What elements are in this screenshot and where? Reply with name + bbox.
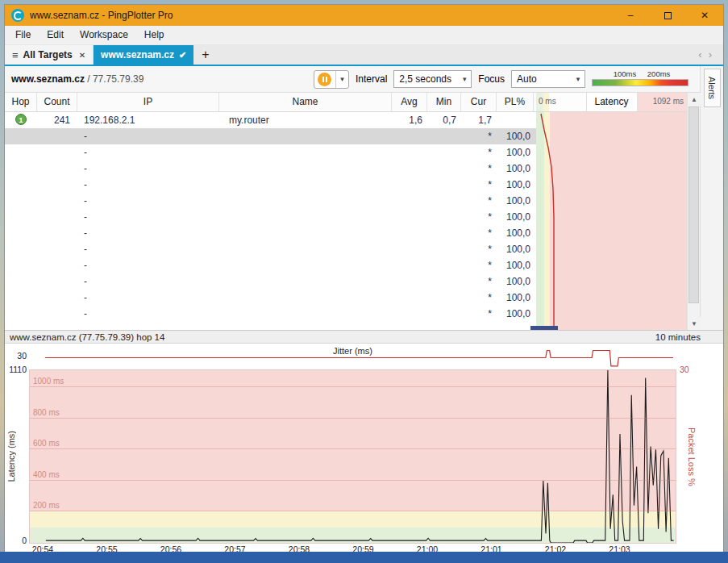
- tab-bar: ≡ All Targets ✕ www.seznam.cz ✔ + ‹›: [5, 45, 723, 65]
- table-body: 1241192.168.2.1my.router1,60,71,7-*100,0…: [5, 112, 536, 330]
- column-header-avg[interactable]: Avg: [392, 93, 427, 111]
- latency-column-header[interactable]: 0 ms Latency 1092 ms: [536, 93, 687, 112]
- scroll-right-icon[interactable]: ›: [709, 48, 718, 60]
- gridline-label: 600 ms: [33, 439, 60, 448]
- target-host: www.seznam.cz: [11, 73, 85, 85]
- focus-label: Focus: [478, 73, 505, 85]
- timegraph-header[interactable]: www.seznam.cz (77.75.79.39) hop 14 10 mi…: [5, 330, 723, 344]
- gridline: [30, 386, 676, 387]
- tab-all-targets[interactable]: ≡ All Targets ✕: [5, 45, 94, 65]
- latency-scale-legend: 100ms 200ms: [592, 69, 692, 89]
- close-tab-icon[interactable]: ✕: [79, 51, 85, 60]
- minimize-button[interactable]: –: [612, 5, 649, 26]
- trace-pane: HopCountIPNameAvgMinCurPL% 0 ms Latency …: [5, 93, 700, 330]
- gridline: [30, 418, 676, 419]
- table-row[interactable]: -*100,0: [5, 209, 536, 225]
- window-title: www.seznam.cz - PingPlotter Pro: [30, 10, 612, 21]
- table-scrollbar[interactable]: ▲ ▼: [687, 93, 700, 330]
- hop-status-badge: 1: [15, 114, 27, 125]
- column-header-min[interactable]: Min: [427, 93, 461, 111]
- table-row[interactable]: -*100,0: [5, 273, 536, 290]
- menu-edit[interactable]: Edit: [39, 26, 72, 44]
- focus-select[interactable]: Auto ▾: [511, 70, 585, 88]
- menu-bar: FileEditWorkspaceHelp: [5, 26, 723, 45]
- scroll-down-icon: ▼: [691, 320, 697, 327]
- menu-help[interactable]: Help: [136, 26, 173, 44]
- scroll-down-button[interactable]: ▼: [688, 317, 701, 330]
- column-header-name[interactable]: Name: [219, 93, 392, 111]
- hop-latency-trace: [536, 112, 687, 330]
- menu-file[interactable]: File: [7, 26, 39, 44]
- timegraph-pane: 30 Jitter (ms) 1110 0 Latency (ms) 200 m…: [5, 344, 723, 553]
- target-ip: 77.75.79.39: [93, 73, 144, 85]
- latency-scale-max: 1092 ms: [653, 97, 684, 106]
- close-icon: ✕: [701, 10, 709, 21]
- pingplotter-window: www.seznam.cz - PingPlotter Pro – ✕ File…: [4, 4, 724, 552]
- column-header-count[interactable]: Count: [37, 93, 77, 111]
- menu-workspace[interactable]: Workspace: [72, 26, 136, 44]
- windows-taskbar[interactable]: [0, 552, 728, 563]
- interval-value: 2,5 seconds: [399, 73, 451, 85]
- toolbar: www.seznam.cz / 77.75.79.39 ▾ Interval 2…: [5, 66, 700, 93]
- latency-column-title: Latency: [585, 93, 637, 111]
- chevron-down-icon: ▾: [458, 75, 471, 83]
- current-target: www.seznam.cz / 77.75.79.39: [11, 73, 144, 85]
- legend-200ms-label: 200ms: [647, 69, 671, 78]
- focus-value: Auto: [517, 73, 537, 85]
- scroll-up-icon: ▲: [691, 96, 697, 103]
- scrollbar-thumb[interactable]: [688, 106, 699, 303]
- gridline-label: 200 ms: [33, 501, 60, 510]
- jitter-max-label: 30: [5, 351, 27, 361]
- tab-www-seznam-cz[interactable]: www.seznam.cz ✔: [94, 45, 193, 65]
- gridline-label: 400 ms: [33, 470, 60, 479]
- chevron-down-icon: ▾: [340, 75, 344, 83]
- table-row[interactable]: -*100,0: [5, 161, 536, 177]
- latency-plot[interactable]: 200 ms400 ms600 ms800 ms1000 ms: [29, 369, 676, 544]
- table-row[interactable]: -*100,0: [5, 144, 536, 161]
- table-row[interactable]: -*100,0: [5, 241, 536, 257]
- tab-label: All Targets: [23, 49, 73, 60]
- column-header-plpct[interactable]: PL%: [497, 93, 534, 111]
- tab-label: www.seznam.cz: [101, 49, 174, 60]
- packet-loss-axis-title: Packet Loss %: [686, 369, 697, 544]
- maximize-icon: [664, 12, 672, 19]
- title-bar: www.seznam.cz - PingPlotter Pro – ✕: [5, 5, 723, 26]
- column-header-cur[interactable]: Cur: [461, 93, 497, 111]
- hop-latency-graph[interactable]: [536, 112, 687, 330]
- latency-scale-min: 0 ms: [539, 97, 556, 106]
- table-row[interactable]: -*100,0: [5, 177, 536, 193]
- timegraph-title: www.seznam.cz (77.75.79.39) hop 14: [10, 332, 164, 342]
- new-tab-button[interactable]: +: [193, 45, 217, 65]
- close-button[interactable]: ✕: [686, 5, 723, 26]
- pause-icon: [318, 73, 331, 86]
- latency-axis-title: Latency (ms): [6, 369, 16, 544]
- scroll-up-button[interactable]: ▲: [688, 93, 701, 106]
- pause-dropdown-button[interactable]: ▾: [336, 71, 348, 88]
- column-header-hop[interactable]: Hop: [5, 93, 37, 111]
- table-row[interactable]: -*100,0: [5, 290, 536, 306]
- timegraph-range: 10 minutes: [655, 332, 701, 342]
- gridline-label: 800 ms: [33, 408, 60, 417]
- alerts-tab-label: Alerts: [707, 77, 717, 99]
- checkmark-icon: ✔: [179, 50, 186, 60]
- scroll-left-icon[interactable]: ‹: [698, 48, 708, 60]
- interval-label: Interval: [356, 73, 387, 85]
- table-row[interactable]: -*100,0: [5, 193, 536, 209]
- table-row[interactable]: -*100,0: [5, 306, 536, 322]
- chevron-down-icon: ▾: [572, 75, 584, 83]
- jitter-title: Jitter (ms): [29, 346, 676, 356]
- column-header-ip[interactable]: IP: [77, 93, 219, 111]
- tab-scroll-arrows[interactable]: ‹›: [698, 48, 718, 60]
- table-row[interactable]: -*100,0: [5, 128, 536, 144]
- interval-select[interactable]: 2,5 seconds ▾: [393, 70, 472, 88]
- alerts-panel-tab[interactable]: Alerts: [704, 69, 721, 107]
- gridline-label: 1000 ms: [33, 377, 64, 386]
- table-row[interactable]: -*100,0: [5, 225, 536, 241]
- legend-100ms-label: 100ms: [614, 69, 637, 78]
- minimize-icon: –: [628, 10, 634, 21]
- pause-button-group: ▾: [314, 70, 349, 89]
- maximize-button[interactable]: [649, 5, 686, 26]
- pause-button[interactable]: [314, 71, 336, 88]
- table-row[interactable]: 1241192.168.2.1my.router1,60,71,7: [5, 112, 536, 128]
- table-row[interactable]: -*100,0: [5, 257, 536, 273]
